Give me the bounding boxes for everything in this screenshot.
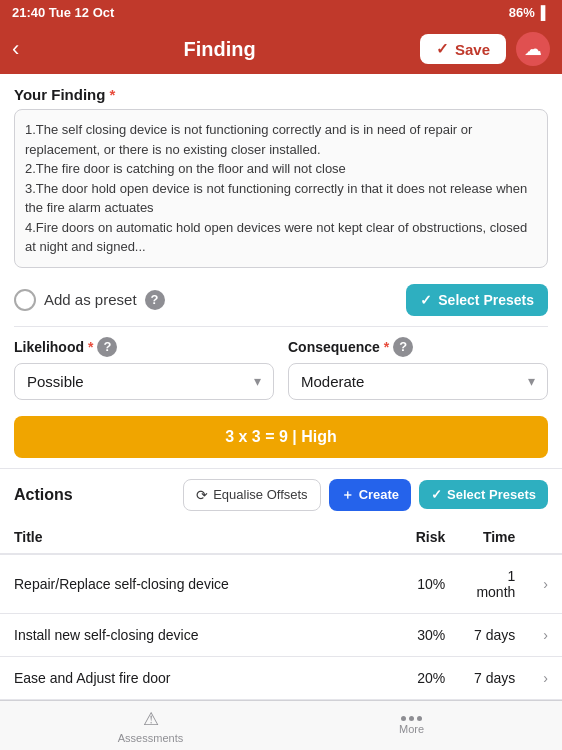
finding-text: 1.The self closing device is not functio… xyxy=(25,122,527,254)
status-right: 86% ▌ xyxy=(509,5,550,20)
actions-title: Actions xyxy=(14,486,73,504)
consequence-select[interactable]: Moderate ▾ xyxy=(288,363,548,400)
back-button[interactable]: ‹ xyxy=(12,36,19,62)
nav-bar: ‹ Finding ✓ Save ☁ xyxy=(0,24,562,74)
more-dots-icon xyxy=(401,716,422,721)
nav-right: ✓ Save ☁ xyxy=(420,32,550,66)
save-checkmark: ✓ xyxy=(436,40,449,58)
preset-row: Add as preset ? ✓ Select Presets xyxy=(0,274,562,326)
consequence-label: Consequence * ? xyxy=(288,337,548,357)
actions-buttons: ⟳ Equalise Offsets ＋ Create ✓ Select Pre… xyxy=(183,479,548,511)
battery-icon: ▌ xyxy=(541,5,550,20)
assessments-icon: ⚠ xyxy=(143,708,159,730)
action-arrow: › xyxy=(529,554,562,614)
assessments-label: Assessments xyxy=(118,732,183,744)
likelihood-value: Possible xyxy=(27,373,84,390)
create-label: Create xyxy=(359,487,399,502)
action-risk: 20% xyxy=(399,656,459,699)
consequence-col: Consequence * ? Moderate ▾ xyxy=(288,337,548,400)
save-label: Save xyxy=(455,41,490,58)
more-label: More xyxy=(399,723,424,735)
select-presets-checkmark-1: ✓ xyxy=(420,292,432,308)
table-row[interactable]: Repair/Replace self-closing device 10% 1… xyxy=(0,554,562,614)
equalise-offsets-button[interactable]: ⟳ Equalise Offsets xyxy=(183,479,320,511)
select-presets-button-2[interactable]: ✓ Select Presets xyxy=(419,480,548,509)
your-finding-section: Your Finding * 1.The self closing device… xyxy=(0,74,562,750)
table-row[interactable]: Install new self-closing device 30% 7 da… xyxy=(0,613,562,656)
page-title: Finding xyxy=(184,38,256,61)
likelihood-required: * xyxy=(88,339,93,355)
action-time: 1 month xyxy=(459,554,529,614)
select-presets-label-2: Select Presets xyxy=(447,487,536,502)
equalise-label: Equalise Offsets xyxy=(213,487,307,502)
likelihood-label: Likelihood * ? xyxy=(14,337,274,357)
action-arrow: › xyxy=(529,613,562,656)
main-content: Your Finding * 1.The self closing device… xyxy=(0,74,562,750)
consequence-chevron: ▾ xyxy=(528,373,535,389)
action-title: Install new self-closing device xyxy=(0,613,399,656)
add-preset-radio[interactable] xyxy=(14,289,36,311)
action-title: Repair/Replace self-closing device xyxy=(0,554,399,614)
add-preset-label: Add as preset xyxy=(44,291,137,308)
add-preset-help-icon[interactable]: ? xyxy=(145,290,165,310)
lc-row: Likelihood * ? Possible ▾ Consequence * … xyxy=(0,327,562,410)
action-time: 7 days xyxy=(459,656,529,699)
col-title: Title xyxy=(0,521,399,554)
select-presets-label-1: Select Presets xyxy=(438,292,534,308)
equalise-icon: ⟳ xyxy=(196,487,208,503)
consequence-value: Moderate xyxy=(301,373,364,390)
likelihood-chevron: ▾ xyxy=(254,373,261,389)
finding-textarea[interactable]: 1.The self closing device is not functio… xyxy=(14,109,548,268)
likelihood-col: Likelihood * ? Possible ▾ xyxy=(14,337,274,400)
col-time: Time xyxy=(459,521,529,554)
table-row[interactable]: Ease and Adjust fire door 20% 7 days › xyxy=(0,656,562,699)
create-plus-icon: ＋ xyxy=(341,486,354,504)
risk-banner: 3 x 3 = 9 | High xyxy=(14,416,548,458)
tab-bar: ⚠ Assessments More xyxy=(0,700,562,750)
actions-header: Actions ⟳ Equalise Offsets ＋ Create ✓ Se… xyxy=(0,468,562,521)
your-finding-label: Your Finding * xyxy=(0,74,562,109)
action-arrow: › xyxy=(529,656,562,699)
select-presets-button-1[interactable]: ✓ Select Presets xyxy=(406,284,548,316)
create-button[interactable]: ＋ Create xyxy=(329,479,411,511)
consequence-required: * xyxy=(384,339,389,355)
action-risk: 30% xyxy=(399,613,459,656)
battery-text: 86% xyxy=(509,5,535,20)
table-header: Title Risk Time xyxy=(0,521,562,554)
likelihood-select[interactable]: Possible ▾ xyxy=(14,363,274,400)
consequence-help-icon[interactable]: ? xyxy=(393,337,413,357)
action-time: 7 days xyxy=(459,613,529,656)
action-risk: 10% xyxy=(399,554,459,614)
cloud-icon[interactable]: ☁ xyxy=(516,32,550,66)
status-time: 21:40 Tue 12 Oct xyxy=(12,5,114,20)
add-preset-left: Add as preset ? xyxy=(14,289,165,311)
required-star: * xyxy=(110,86,116,103)
likelihood-help-icon[interactable]: ? xyxy=(97,337,117,357)
tab-assessments[interactable]: ⚠ Assessments xyxy=(20,708,281,744)
status-bar: 21:40 Tue 12 Oct 86% ▌ xyxy=(0,0,562,24)
col-arrow xyxy=(529,521,562,554)
col-risk: Risk xyxy=(399,521,459,554)
save-button[interactable]: ✓ Save xyxy=(420,34,506,64)
select-presets-checkmark-2: ✓ xyxy=(431,487,442,502)
tab-more[interactable]: More xyxy=(281,716,542,735)
action-title: Ease and Adjust fire door xyxy=(0,656,399,699)
